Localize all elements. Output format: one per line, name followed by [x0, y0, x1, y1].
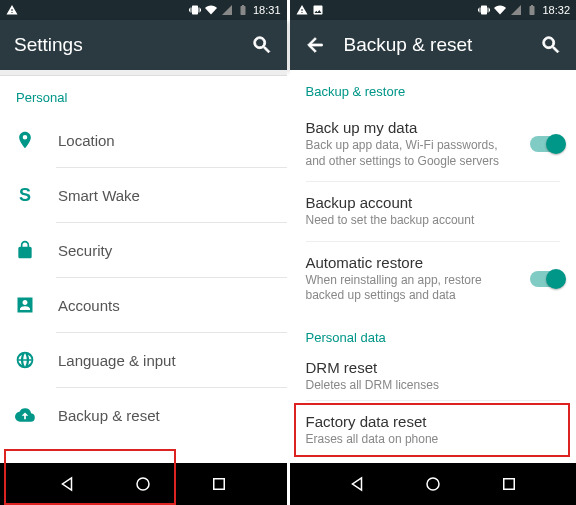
- item-label: Language & input: [58, 352, 176, 369]
- toggle-backup-my-data[interactable]: [530, 136, 564, 152]
- item-label: Accounts: [58, 297, 120, 314]
- settings-list: Personal Location S Smart Wake Security …: [0, 70, 287, 463]
- setting-title: DRM reset: [306, 359, 561, 376]
- item-drm-reset[interactable]: DRM reset Deletes all DRM licenses: [290, 353, 577, 400]
- setting-title: Automatic restore: [306, 254, 561, 271]
- app-bar: Settings: [0, 20, 287, 70]
- signal-icon: [221, 4, 233, 16]
- setting-subtitle: When reinstalling an app, restore backed…: [306, 273, 561, 304]
- globe-icon: [15, 350, 35, 370]
- item-backup-reset[interactable]: Backup & reset: [0, 388, 287, 442]
- item-label: Security: [58, 242, 112, 259]
- status-bar: 18:31: [0, 0, 287, 20]
- location-icon: [15, 130, 35, 150]
- highlight-backup-reset: [4, 449, 176, 463]
- section-personal-data: Personal data: [290, 316, 577, 353]
- app-bar-title: Backup & reset: [344, 34, 523, 56]
- item-label: Location: [58, 132, 115, 149]
- search-icon[interactable]: [540, 34, 562, 56]
- app-bar: Backup & reset: [290, 20, 577, 70]
- status-time: 18:31: [253, 4, 281, 16]
- nav-back-icon[interactable]: [58, 475, 76, 493]
- wifi-icon: [205, 4, 217, 16]
- warning-icon: [296, 4, 308, 16]
- item-backup-my-data[interactable]: Back up my data Back up app data, Wi-Fi …: [290, 107, 577, 181]
- battery-icon: [526, 4, 538, 16]
- nav-back-icon[interactable]: [348, 475, 366, 493]
- status-bar: 18:32: [290, 0, 577, 20]
- account-icon: [15, 295, 35, 315]
- backup-icon: [15, 405, 35, 425]
- item-backup-account[interactable]: Backup account Need to set the backup ac…: [290, 182, 577, 241]
- app-bar-title: Settings: [14, 34, 233, 56]
- nav-bar: [290, 463, 577, 505]
- svg-rect-3: [504, 479, 515, 490]
- setting-subtitle: Erases all data on phone: [306, 432, 561, 448]
- setting-subtitle: Back up app data, Wi-Fi passwords, and o…: [306, 138, 561, 169]
- warning-icon: [6, 4, 18, 16]
- battery-icon: [237, 4, 249, 16]
- phone-right: 18:32 Backup & reset Backup & restore Ba…: [290, 0, 577, 505]
- section-backup-restore: Backup & restore: [290, 70, 577, 107]
- item-location[interactable]: Location: [0, 113, 287, 167]
- item-automatic-restore[interactable]: Automatic restore When reinstalling an a…: [290, 242, 577, 316]
- image-icon: [312, 4, 324, 16]
- section-personal: Personal: [0, 76, 287, 113]
- nav-recent-icon[interactable]: [210, 475, 228, 493]
- nav-home-icon[interactable]: [424, 475, 442, 493]
- vibrate-icon: [189, 4, 201, 16]
- item-accounts[interactable]: Accounts: [0, 278, 287, 332]
- svg-point-0: [137, 478, 149, 490]
- signal-icon: [510, 4, 522, 16]
- lock-icon: [15, 240, 35, 260]
- status-time: 18:32: [542, 4, 570, 16]
- toggle-automatic-restore[interactable]: [530, 271, 564, 287]
- nav-bar: [0, 463, 287, 505]
- item-smart-wake[interactable]: S Smart Wake: [0, 168, 287, 222]
- wifi-icon: [494, 4, 506, 16]
- item-security[interactable]: Security: [0, 223, 287, 277]
- setting-subtitle: Deletes all DRM licenses: [306, 378, 561, 394]
- back-arrow-icon[interactable]: [304, 34, 326, 56]
- setting-subtitle: Need to set the backup account: [306, 213, 561, 229]
- item-factory-reset[interactable]: Factory data reset Erases all data on ph…: [290, 401, 577, 460]
- item-language[interactable]: Language & input: [0, 333, 287, 387]
- setting-title: Factory data reset: [306, 413, 561, 430]
- search-icon[interactable]: [251, 34, 273, 56]
- item-label: Backup & reset: [58, 407, 160, 424]
- phone-left: 18:31 Settings Personal Location S Smart…: [0, 0, 287, 505]
- svg-point-2: [427, 478, 439, 490]
- setting-title: Back up my data: [306, 119, 561, 136]
- vibrate-icon: [478, 4, 490, 16]
- item-label: Smart Wake: [58, 187, 140, 204]
- backup-reset-list: Backup & restore Back up my data Back up…: [290, 70, 577, 463]
- setting-title: Backup account: [306, 194, 561, 211]
- svg-rect-1: [214, 479, 225, 490]
- nav-home-icon[interactable]: [134, 475, 152, 493]
- nav-recent-icon[interactable]: [500, 475, 518, 493]
- smart-wake-icon: S: [12, 185, 38, 206]
